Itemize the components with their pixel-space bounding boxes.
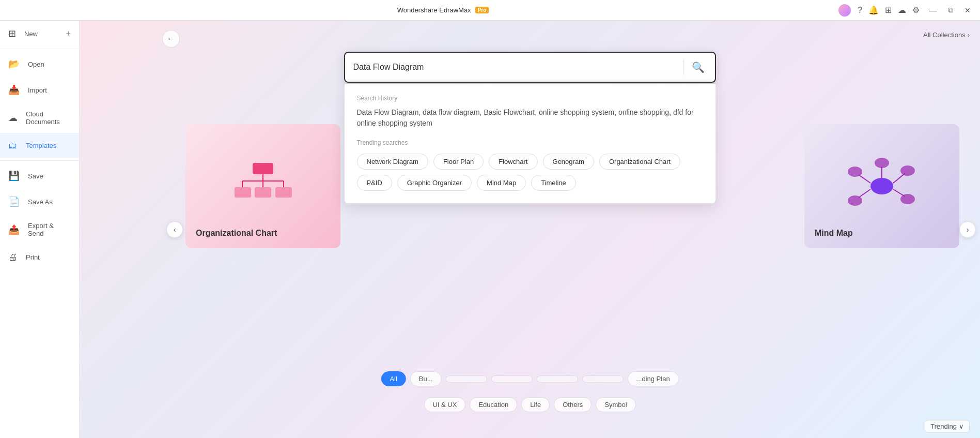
all-collections-arrow: › xyxy=(968,31,970,39)
trending-tag-timeline[interactable]: Timeline xyxy=(531,175,576,191)
cloud-docs-icon: ☁ xyxy=(8,112,18,124)
sidebar-saveas-label: Save As xyxy=(28,198,53,206)
trending-tag-graphic-organizer[interactable]: Graphic Organizer xyxy=(397,175,472,191)
svg-point-9 xyxy=(870,178,893,194)
svg-point-15 xyxy=(848,167,862,177)
trending-label: Trending searches xyxy=(357,139,703,146)
filter-blank3[interactable] xyxy=(537,375,578,383)
sidebar-item-open[interactable]: 📂 Open xyxy=(0,51,79,77)
sidebar-item-print[interactable]: 🖨 Print xyxy=(0,245,79,270)
svg-line-16 xyxy=(859,189,870,198)
svg-point-13 xyxy=(900,194,915,204)
mind-map-title: Mind Map xyxy=(815,229,853,238)
cloud-icon[interactable]: ☁ xyxy=(896,4,908,17)
trending-tag-mind-map[interactable]: Mind Map xyxy=(477,175,526,191)
filter-business[interactable]: Bu... xyxy=(410,371,442,386)
svg-rect-4 xyxy=(235,187,251,198)
save-icon: 💾 xyxy=(8,170,20,182)
sidebar-item-import[interactable]: 📥 Import xyxy=(0,77,79,103)
filter-others[interactable]: Others xyxy=(554,397,592,412)
content-area: ← All Collections › xyxy=(80,21,980,438)
sidebar-cloud-label: Cloud Documents xyxy=(26,110,71,126)
sidebar-item-templates[interactable]: 🗂 Templates xyxy=(0,133,79,158)
close-button[interactable]: ✕ xyxy=(961,5,974,16)
svg-rect-6 xyxy=(255,187,271,198)
filter-blank1[interactable] xyxy=(446,375,487,383)
sidebar-open-label: Open xyxy=(28,61,44,68)
filter-blank2[interactable] xyxy=(491,375,533,383)
trending-tag-floor-plan[interactable]: Floor Plan xyxy=(433,154,484,170)
svg-point-11 xyxy=(900,165,915,176)
new-icon: ⊞ xyxy=(8,28,16,39)
sidebar-item-saveas[interactable]: 📄 Save As xyxy=(0,189,79,215)
filter-symbol[interactable]: Symbol xyxy=(596,397,635,412)
sidebar-templates-label: Templates xyxy=(26,142,56,149)
minimize-button[interactable]: — xyxy=(926,5,940,16)
filter-trading-plan[interactable]: ...ding Plan xyxy=(628,371,679,386)
filter-blank4[interactable] xyxy=(582,375,624,383)
new-plus-icon: + xyxy=(66,29,71,38)
avatar xyxy=(838,4,851,17)
search-history-text[interactable]: Data Flow Diagram, data flow diagram, Ba… xyxy=(357,107,703,129)
pro-badge: Pro xyxy=(475,7,489,13)
title-bar: Wondershare EdrawMax Pro ? 🔔 ⊞ ☁ ⚙ — ⧉ ✕ xyxy=(0,0,980,21)
toolbar-icons: ? 🔔 ⊞ ☁ ⚙ xyxy=(856,4,921,17)
sidebar-item-cloud[interactable]: ☁ Cloud Documents xyxy=(0,103,79,133)
trending-tag-genogram[interactable]: Genogram xyxy=(543,154,594,170)
sidebar-item-new[interactable]: ⊞ New + xyxy=(0,21,79,47)
sidebar-save-label: Save xyxy=(28,172,43,180)
apps-icon[interactable]: ⊞ xyxy=(883,4,893,17)
filter-row-2: UI & UX Education Life Others Symbol xyxy=(424,397,635,412)
back-button[interactable]: ← xyxy=(162,30,180,48)
print-icon: 🖨 xyxy=(8,252,18,263)
filter-ui-ux[interactable]: UI & UX xyxy=(424,397,465,412)
maximize-button[interactable]: ⧉ xyxy=(945,5,956,16)
divider-1 xyxy=(0,49,79,49)
settings-icon[interactable]: ⚙ xyxy=(911,4,921,17)
svg-rect-0 xyxy=(253,163,273,174)
title-bar-right: ? 🔔 ⊞ ☁ ⚙ — ⧉ ✕ xyxy=(838,4,974,17)
trending-tag-org-chart[interactable]: Organizational Chart xyxy=(599,154,680,170)
sidebar-item-save[interactable]: 💾 Save xyxy=(0,163,79,189)
export-icon: 📤 xyxy=(8,224,20,235)
import-icon: 📥 xyxy=(8,84,20,96)
svg-rect-8 xyxy=(275,187,292,198)
notification-icon[interactable]: 🔔 xyxy=(867,4,880,17)
sidebar: ⊞ New + 📂 Open 📥 Import ☁ Cloud Document… xyxy=(0,21,80,438)
svg-point-17 xyxy=(848,195,862,206)
template-card-mind-map[interactable]: Mind Map xyxy=(804,124,959,248)
svg-point-19 xyxy=(875,158,889,168)
sidebar-export-label: Export & Send xyxy=(28,222,71,237)
search-button[interactable]: 🔍 xyxy=(690,59,707,75)
title-bar-center: Wondershare EdrawMax Pro xyxy=(397,6,489,14)
sidebar-item-export[interactable]: 📤 Export & Send xyxy=(0,215,79,245)
trending-sort-label: Trending xyxy=(930,422,957,430)
template-card-org-chart[interactable]: Organizational Chart xyxy=(185,124,340,248)
all-collections-link[interactable]: All Collections › xyxy=(923,31,970,39)
search-input[interactable] xyxy=(353,63,677,72)
search-history-label: Search History xyxy=(357,95,703,102)
help-icon[interactable]: ? xyxy=(856,4,864,17)
trending-tag-flowchart[interactable]: Flowchart xyxy=(489,154,537,170)
trending-tags: Network Diagram Floor Plan Flowchart Gen… xyxy=(357,154,703,191)
carousel-next-button[interactable]: › xyxy=(959,221,976,238)
filter-education[interactable]: Education xyxy=(470,397,517,412)
filter-all[interactable]: All xyxy=(381,371,406,386)
trending-tag-pid[interactable]: P&ID xyxy=(357,175,392,191)
sidebar-new-label: New xyxy=(24,30,38,38)
org-chart-title: Organizational Chart xyxy=(196,229,277,238)
app-title: Wondershare EdrawMax xyxy=(397,6,471,14)
filter-life[interactable]: Life xyxy=(521,397,550,412)
svg-line-14 xyxy=(859,175,870,183)
org-chart-preview xyxy=(232,160,294,212)
main-layout: ⊞ New + 📂 Open 📥 Import ☁ Cloud Document… xyxy=(0,21,980,438)
trending-tag-network-diagram[interactable]: Network Diagram xyxy=(357,154,428,170)
filter-row-1: All Bu... ...ding Plan xyxy=(381,371,678,386)
search-dropdown: Search History Data Flow Diagram, data f… xyxy=(344,84,716,204)
carousel-prev-button[interactable]: ‹ xyxy=(166,221,183,238)
saveas-icon: 📄 xyxy=(8,196,20,207)
trending-sort[interactable]: Trending ∨ xyxy=(925,420,970,433)
open-icon: 📂 xyxy=(8,58,20,70)
sidebar-import-label: Import xyxy=(28,86,47,94)
templates-icon: 🗂 xyxy=(8,140,18,151)
